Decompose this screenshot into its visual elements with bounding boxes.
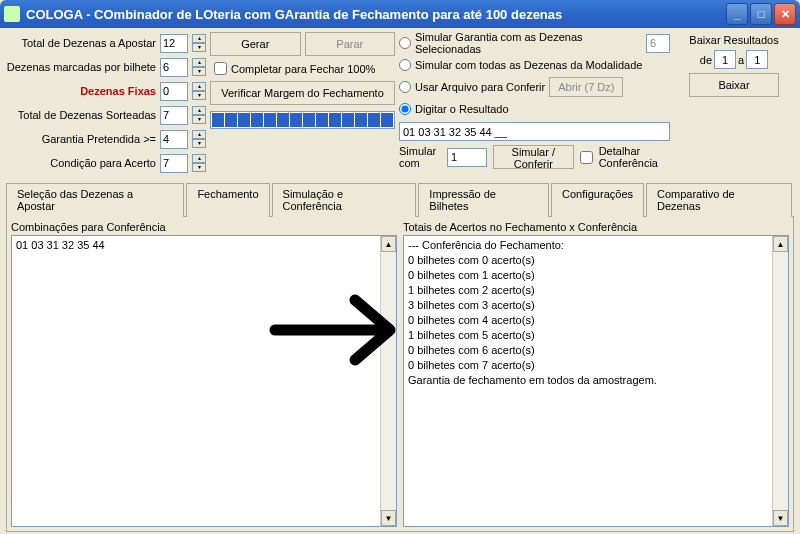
list-item: 0 bilhetes com 1 acerto(s) <box>408 268 784 283</box>
baixar-button[interactable]: Baixar <box>689 73 779 97</box>
app-icon <box>4 6 20 22</box>
input-a[interactable] <box>746 50 768 69</box>
label-condicao: Condição para Acerto <box>50 157 156 169</box>
abrir-button[interactable]: Abrir (7 Dz) <box>549 77 623 97</box>
combinacoes-list[interactable]: 01 03 31 32 35 44 ▲▼ <box>11 235 397 527</box>
list-item: 0 bilhetes com 6 acerto(s) <box>408 343 784 358</box>
close-button[interactable]: ✕ <box>774 3 796 25</box>
spinner[interactable]: ▴▾ <box>192 34 206 52</box>
progress-bar <box>210 111 395 129</box>
label-marcadas: Dezenas marcadas por bilhete <box>7 61 156 73</box>
radio-label-2: Simular com todas as Dezenas da Modalida… <box>415 59 642 71</box>
gerar-button[interactable]: Gerar <box>210 32 301 56</box>
spinner[interactable]: ▴▾ <box>192 82 206 100</box>
scrollbar[interactable]: ▲▼ <box>380 236 396 526</box>
input-condicao[interactable] <box>160 154 188 173</box>
list-item: Garantia de fechamento em todos da amost… <box>408 373 784 388</box>
radio-sim-selecionadas[interactable] <box>399 37 411 49</box>
titlebar: COLOGA - COmbinador de LOteria com GAran… <box>0 0 800 28</box>
input-de[interactable] <box>714 50 736 69</box>
list-item: 1 bilhetes com 2 acerto(s) <box>408 283 784 298</box>
radio-label-1: Simular Garantia com as Dezenas Selecion… <box>415 31 642 55</box>
label-sorteadas: Total de Dezenas Sorteadas <box>18 109 156 121</box>
baixar-resultados-label: Baixar Resultados <box>689 34 778 46</box>
totais-list[interactable]: --- Conferência do Fechamento:0 bilhetes… <box>403 235 789 527</box>
simular-com-label: Simular com <box>399 145 441 169</box>
list-item: 0 bilhetes com 7 acerto(s) <box>408 358 784 373</box>
input-sorteadas[interactable] <box>160 106 188 125</box>
tab-simulacao[interactable]: Simulação e Conferência <box>272 183 417 217</box>
input-total-apostar[interactable] <box>160 34 188 53</box>
completar-checkbox[interactable] <box>214 62 227 75</box>
de-label: de <box>700 54 712 66</box>
maximize-button[interactable]: □ <box>750 3 772 25</box>
spinner[interactable]: ▴▾ <box>192 58 206 76</box>
input-simular-com[interactable] <box>447 148 487 167</box>
verificar-button[interactable]: Verificar Margem do Fechamento <box>210 81 395 105</box>
combinacoes-label: Combinações para Conferência <box>11 221 397 233</box>
input-garantia[interactable] <box>160 130 188 149</box>
tab-comparativo[interactable]: Comparativo de Dezenas <box>646 183 792 217</box>
totais-label: Totais de Acertos no Fechamento x Confer… <box>403 221 789 233</box>
detalhar-checkbox[interactable] <box>580 151 593 164</box>
list-item: 0 bilhetes com 4 acerto(s) <box>408 313 784 328</box>
list-item: 0 bilhetes com 0 acerto(s) <box>408 253 784 268</box>
list-item: 3 bilhetes com 3 acerto(s) <box>408 298 784 313</box>
label-total-apostar: Total de Dezenas a Apostar <box>21 37 156 49</box>
a-label: a <box>738 54 744 66</box>
label-garantia: Garantia Pretendida >= <box>42 133 156 145</box>
input-marcadas[interactable] <box>160 58 188 77</box>
radio-label-4: Digitar o Resultado <box>415 103 509 115</box>
spinner[interactable]: ▴▾ <box>192 130 206 148</box>
simular-conferir-button[interactable]: Simular / Conferir <box>493 145 574 169</box>
list-item: --- Conferência do Fechamento: <box>408 238 784 253</box>
tabs: Seleção das Dezenas a Apostar Fechamento… <box>6 182 794 216</box>
completar-label: Completar para Fechar 100% <box>231 63 375 75</box>
radio-sim-todas[interactable] <box>399 59 411 71</box>
minimize-button[interactable]: _ <box>726 3 748 25</box>
input-resultado[interactable] <box>399 122 670 141</box>
list-item: 1 bilhetes com 5 acerto(s) <box>408 328 784 343</box>
spinner[interactable]: ▴▾ <box>192 106 206 124</box>
label-fixas: Dezenas Fixas <box>80 85 156 97</box>
tab-config[interactable]: Configurações <box>551 183 644 217</box>
window-title: COLOGA - COmbinador de LOteria com GAran… <box>26 7 726 22</box>
radio-sim-digitar[interactable] <box>399 103 411 115</box>
detalhar-label: Detalhar Conferência <box>599 145 670 169</box>
radio-sim-arquivo[interactable] <box>399 81 411 93</box>
scrollbar[interactable]: ▲▼ <box>772 236 788 526</box>
parar-button[interactable]: Parar <box>305 32 396 56</box>
spinner[interactable]: ▴▾ <box>192 154 206 172</box>
list-item: 01 03 31 32 35 44 <box>16 238 392 253</box>
input-sim-sel <box>646 34 670 53</box>
tab-selecao[interactable]: Seleção das Dezenas a Apostar <box>6 183 184 217</box>
tab-fechamento[interactable]: Fechamento <box>186 183 269 217</box>
radio-label-3: Usar Arquivo para Conferir <box>415 81 545 93</box>
tab-impressao[interactable]: Impressão de Bilhetes <box>418 183 549 217</box>
input-fixas[interactable] <box>160 82 188 101</box>
